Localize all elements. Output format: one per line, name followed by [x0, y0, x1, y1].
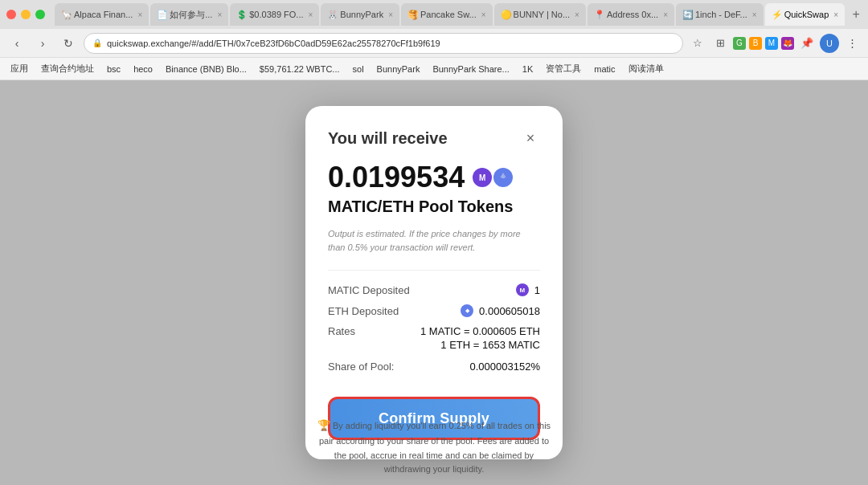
bookmark-reading-list[interactable]: 阅读清单: [624, 61, 668, 76]
tab-close-1inch[interactable]: ×: [752, 10, 757, 19]
token-icons: M: [473, 168, 513, 187]
bookmark-bunnypark-share[interactable]: BunnyPark Share...: [428, 63, 513, 75]
address-bar[interactable]: 🔒 quickswap.exchange/#/add/ETH/0x7ceB23f…: [84, 33, 683, 54]
rates-label: Rates: [328, 325, 355, 337]
maximize-window-button[interactable]: [35, 10, 45, 19]
bookmark-bunnypark-share-label: BunnyPark Share...: [432, 64, 509, 74]
tab-favicon-alpaca: 🦙: [61, 10, 71, 19]
bookmark-binance[interactable]: Binance (BNB) Blo...: [162, 63, 251, 75]
bookmark-apps[interactable]: 应用: [6, 61, 32, 76]
tab-bunnypark[interactable]: 🐰 BunnyPark ×: [321, 3, 399, 26]
amount-value: 0.0199534: [328, 161, 465, 194]
bookmark-contract[interactable]: 查询合约地址: [37, 61, 98, 76]
tab-bunny[interactable]: 🟡 BUNNY | No... ×: [494, 3, 586, 26]
tab-address[interactable]: 📍 Address 0x... ×: [588, 3, 674, 26]
tab-label-quickswap: QuickSwap: [784, 10, 829, 19]
tab-close-howto[interactable]: ×: [217, 10, 222, 19]
nav-bar: ‹ › ↻ 🔒 quickswap.exchange/#/add/ETH/0x7…: [0, 29, 868, 58]
bookmark-sol[interactable]: sol: [349, 63, 368, 75]
content-area: You will receive × 0.0199534 M MATIC/ETH…: [0, 80, 868, 485]
tab-label-pancake: Pancake Sw...: [420, 10, 477, 19]
tab-pancake[interactable]: 🥞 Pancake Sw... ×: [401, 3, 493, 26]
tab-favicon-bunny: 🟡: [501, 10, 510, 19]
tab-1inch[interactable]: 🔄 1inch - DeF... ×: [676, 3, 764, 26]
matic-deposited-label: MATIC Deposited: [328, 284, 410, 296]
tab-alpaca[interactable]: 🦙 Alpaca Finan... ×: [55, 3, 149, 26]
bookmark-asset-tools[interactable]: 资管工具: [542, 61, 585, 76]
extension-blue-icon[interactable]: M: [765, 37, 778, 50]
tab-close-address[interactable]: ×: [663, 10, 668, 19]
divider: [328, 270, 540, 271]
settings-icon[interactable]: ⋮: [842, 34, 862, 53]
back-button[interactable]: ‹: [6, 33, 27, 54]
bottom-info-text: By adding liquidity you'll earn 0.25% of…: [319, 421, 551, 474]
profile-button[interactable]: U: [820, 34, 839, 53]
tab-favicon-pancake: 🥞: [407, 10, 417, 19]
tab-label-howto: 如何参与...: [170, 9, 212, 21]
share-of-pool-value: 0.000003152%: [470, 361, 540, 373]
tab-favicon-1inch: 🔄: [682, 10, 692, 19]
bookmark-heco-label: heco: [133, 64, 153, 74]
trophy-icon: 🏆: [317, 419, 330, 431]
bookmarks-bar: 应用 查询合约地址 bsc heco Binance (BNB) Blo... …: [0, 58, 868, 80]
eth-deposited-row: ETH Deposited ◆ 0.000605018: [328, 304, 540, 317]
tab-favicon-price: 💲: [236, 10, 246, 19]
browser-chrome: 🦙 Alpaca Finan... × 📄 如何参与... × 💲 $0.038…: [0, 0, 868, 80]
bookmark-reading-list-label: 阅读清单: [628, 63, 664, 75]
bookmark-wbtc[interactable]: $59,761.22 WBTC...: [256, 63, 344, 75]
extensions-button[interactable]: ⊞: [710, 34, 730, 53]
tab-price[interactable]: 💲 $0.0389 FO... ×: [230, 3, 319, 26]
bookmark-wbtc-label: $59,761.22 WBTC...: [260, 64, 340, 74]
tab-howto[interactable]: 📄 如何参与... ×: [150, 3, 228, 26]
new-tab-button[interactable]: +: [846, 5, 866, 24]
bookmark-bsc[interactable]: bsc: [103, 63, 125, 75]
extension-orange-icon[interactable]: B: [749, 37, 762, 50]
minimize-window-button[interactable]: [21, 10, 31, 19]
bookmark-matic-label: matic: [594, 64, 615, 74]
bookmark-1k-label: 1K: [522, 64, 533, 74]
reload-button[interactable]: ↻: [58, 33, 79, 54]
rate-matic-eth: 1 MATIC = 0.000605 ETH: [420, 325, 540, 337]
tab-favicon-bunnypark: 🐰: [327, 10, 337, 19]
tab-close-bunny[interactable]: ×: [575, 10, 579, 19]
extension-metamask-icon[interactable]: 🦊: [781, 37, 794, 50]
tab-close-price[interactable]: ×: [309, 10, 313, 19]
tab-close-pancake[interactable]: ×: [481, 10, 486, 19]
modal-dialog: You will receive × 0.0199534 M MATIC/ETH…: [305, 106, 563, 459]
tab-bar: 🦙 Alpaca Finan... × 📄 如何参与... × 💲 $0.038…: [0, 0, 868, 29]
tab-label-bunnypark: BunnyPark: [340, 10, 383, 19]
tab-label-1inch: 1inch - DeF...: [695, 10, 747, 19]
tab-label-bunny: BUNNY | No...: [514, 10, 571, 19]
matic-deposited-row: MATIC Deposited M 1: [328, 283, 540, 296]
rate-eth-matic: 1 ETH = 1653 MATIC: [420, 339, 540, 351]
url-text: quickswap.exchange/#/add/ETH/0x7ceB23fD6…: [107, 39, 440, 48]
tab-close-bunnypark[interactable]: ×: [388, 10, 393, 19]
close-window-button[interactable]: [6, 10, 16, 19]
bookmark-star-button[interactable]: ☆: [688, 34, 707, 53]
tab-label-alpaca: Alpaca Finan...: [74, 10, 133, 19]
bookmark-contract-label: 查询合约地址: [41, 63, 94, 75]
bookmark-heco[interactable]: heco: [129, 63, 157, 75]
modal-close-button[interactable]: ×: [521, 128, 540, 148]
bookmark-bunnypark[interactable]: BunnyPark: [373, 63, 424, 75]
bookmark-1k[interactable]: 1K: [518, 63, 537, 75]
bookmark-asset-tools-label: 资管工具: [546, 63, 581, 75]
forward-button[interactable]: ›: [32, 33, 53, 54]
nav-right: ☆ ⊞ G B M 🦊 📌 U ⋮: [688, 34, 862, 53]
bookmark-sol-label: sol: [353, 64, 364, 74]
rates-values: 1 MATIC = 0.000605 ETH 1 ETH = 1653 MATI…: [420, 325, 540, 353]
tab-close-quickswap[interactable]: ×: [833, 10, 838, 19]
bookmark-bsc-label: bsc: [107, 64, 121, 74]
eth-small-icon: ◆: [461, 304, 473, 317]
tab-close-alpaca[interactable]: ×: [137, 10, 142, 19]
extension-green-icon[interactable]: G: [733, 37, 746, 50]
matic-deposited-value: M 1: [516, 283, 540, 296]
bookmark-matic[interactable]: matic: [590, 63, 619, 75]
bookmark-apps-label: 应用: [10, 63, 28, 75]
bottom-info: 🏆 By adding liquidity you'll earn 0.25% …: [305, 410, 563, 485]
traffic-lights: [6, 10, 45, 19]
pin-icon[interactable]: 📌: [797, 34, 817, 53]
eth-deposited-value: ◆ 0.000605018: [461, 304, 540, 317]
tab-quickswap[interactable]: ⚡ QuickSwap ×: [765, 3, 845, 26]
tab-label-price: $0.0389 FO...: [249, 10, 303, 19]
